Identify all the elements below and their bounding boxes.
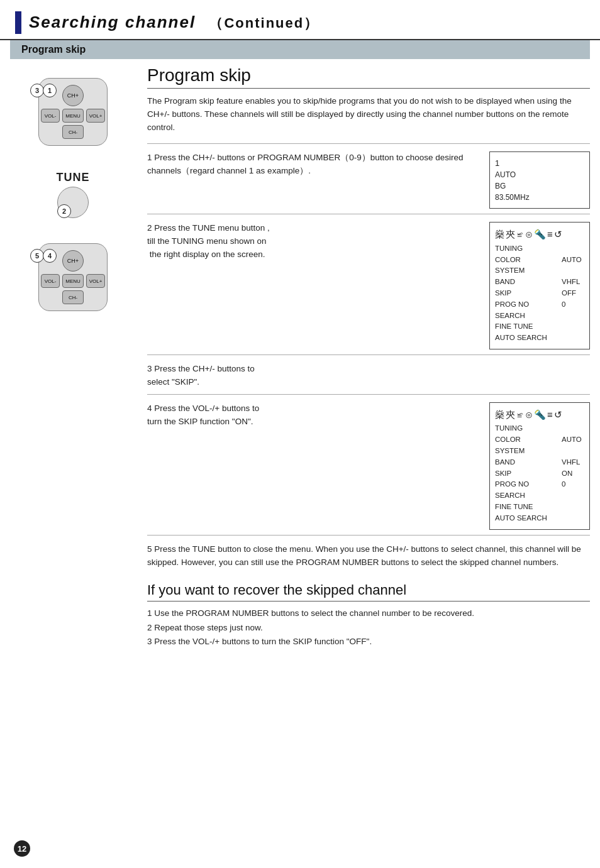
- main-layout: 3 1 CH+ VOL- MENU VOL+: [0, 59, 600, 659]
- ch-plus-button-1[interactable]: CH+: [62, 85, 84, 106]
- step-circle-2: 2: [57, 204, 71, 218]
- recover-title: If you want to recover the skipped chann…: [147, 582, 590, 602]
- recover-section: If you want to recover the skipped chann…: [147, 582, 590, 650]
- section-bar-label: Program skip: [21, 44, 86, 55]
- ch-minus-label-2: CH-: [69, 295, 77, 300]
- screen-freq: 83.50MHz: [495, 192, 584, 203]
- step-1-text: 1 Press the CH+/- buttons or PROGRAM NUM…: [147, 151, 482, 209]
- recover-step-2: 2 Repeat those steps just now.: [147, 621, 590, 635]
- screen-bg: BG: [495, 180, 584, 192]
- tuning-table-1: TUNING COLOR SYSTEMAUTO BANDVHFL SKIPOFF…: [495, 243, 584, 344]
- header-continued: （Continued）: [209, 15, 319, 31]
- tuning-icons-1: 燊夾≌⊙🔦≡↺: [495, 228, 584, 242]
- left-column: 3 1 CH+ VOL- MENU VOL+: [10, 59, 136, 649]
- step-2-text: 2 Press the TUNE menu button ,till the T…: [147, 222, 482, 349]
- recover-steps: 1 Use the PROGRAM NUMBER buttons to sele…: [147, 607, 590, 650]
- recover-step-3: 3 Press the VOL-/+ buttons to turn the S…: [147, 635, 590, 649]
- remote-diagram-2: 5 4 CH+ VOL- MENU VOL+: [23, 243, 123, 311]
- step-3-text: 3 Press the CH+/- buttons toselect "SKIP…: [147, 363, 590, 389]
- step-1-screen: 1 AUTO BG 83.50MHz: [489, 151, 590, 209]
- header-title-text: Searching channel: [29, 13, 196, 31]
- step-circle-4: 4: [43, 249, 57, 263]
- vol-plus-label-2: VOL+: [89, 278, 103, 284]
- vol-plus-button-1[interactable]: VOL+: [86, 109, 105, 123]
- page-title: Searching channel （Continued）: [29, 13, 319, 33]
- remote-body-1: 3 1 CH+ VOL- MENU VOL+: [38, 78, 108, 146]
- section-bar: Program skip: [10, 40, 590, 59]
- right-column: Program skip The Program skip feature en…: [136, 59, 590, 649]
- page-number: 12: [14, 840, 30, 857]
- vol-plus-button-2[interactable]: VOL+: [86, 274, 105, 288]
- step-5-text: 5 Press the TUNE button to close the men…: [147, 543, 590, 569]
- ch-plus-label-2: CH+: [67, 258, 79, 264]
- step-circle-1: 1: [43, 84, 57, 97]
- right-section-title: Program skip: [147, 65, 590, 89]
- step-4-text: 4 Press the VOL-/+ buttons toturn the SK…: [147, 402, 482, 530]
- tune-diagram: TUNE 2: [42, 171, 104, 218]
- remote-body-2: 5 4 CH+ VOL- MENU VOL+: [38, 243, 108, 311]
- description: The Program skip feature enables you to …: [147, 95, 590, 135]
- vol-menu-row-1: VOL- MENU VOL+: [41, 109, 105, 123]
- screen-ch-num: 1: [495, 157, 584, 170]
- vol-plus-label-1: VOL+: [89, 113, 103, 119]
- step-4-screen: 燊夾≌⊙🔦≡↺ TUNING COLOR SYSTEMAUTO BANDVHFL…: [489, 402, 590, 530]
- step-block-1: 1 Press the CH+/- buttons or PROGRAM NUM…: [147, 143, 590, 214]
- step-circle-5: 5: [30, 249, 44, 263]
- header-accent: [15, 11, 21, 34]
- step-circle-3: 3: [30, 84, 44, 97]
- screen-auto: AUTO: [495, 169, 584, 180]
- vol-minus-label-1: VOL-: [45, 113, 57, 119]
- ch-minus-label-1: CH-: [69, 129, 77, 135]
- menu-label-1: MENU: [65, 113, 81, 119]
- tuning-table-2: TUNING COLOR SYSTEMAUTO BANDVHFL SKIPON …: [495, 423, 584, 524]
- step-block-3: 3 Press the CH+/- buttons toselect "SKIP…: [147, 354, 590, 394]
- step-block-2: 2 Press the TUNE menu button ,till the T…: [147, 214, 590, 354]
- tuning-icons-2: 燊夾≌⊙🔦≡↺: [495, 408, 584, 422]
- tune-label: TUNE: [57, 171, 90, 184]
- ch-plus-label-1: CH+: [67, 92, 79, 99]
- page-header: Searching channel （Continued）: [0, 0, 600, 40]
- menu-button-1[interactable]: MENU: [62, 109, 84, 123]
- step-2-screen: 燊夾≌⊙🔦≡↺ TUNING COLOR SYSTEMAUTO BANDVHFL…: [489, 222, 590, 349]
- ch-minus-button-2[interactable]: CH-: [62, 290, 84, 304]
- recover-step-1: 1 Use the PROGRAM NUMBER buttons to sele…: [147, 607, 590, 621]
- remote-diagram-1: 3 1 CH+ VOL- MENU VOL+: [23, 78, 123, 146]
- ch-minus-button-1[interactable]: CH-: [62, 125, 84, 139]
- step-block-4: 4 Press the VOL-/+ buttons toturn the SK…: [147, 394, 590, 535]
- vol-menu-row-2: VOL- MENU VOL+: [41, 274, 105, 288]
- step-block-5: 5 Press the TUNE button to close the men…: [147, 535, 590, 574]
- ch-plus-button-2[interactable]: CH+: [62, 250, 84, 272]
- vol-minus-label-2: VOL-: [45, 278, 57, 284]
- menu-button-2[interactable]: MENU: [62, 274, 84, 288]
- vol-minus-button-2[interactable]: VOL-: [41, 274, 60, 288]
- vol-minus-button-1[interactable]: VOL-: [41, 109, 60, 123]
- menu-label-2: MENU: [65, 278, 81, 284]
